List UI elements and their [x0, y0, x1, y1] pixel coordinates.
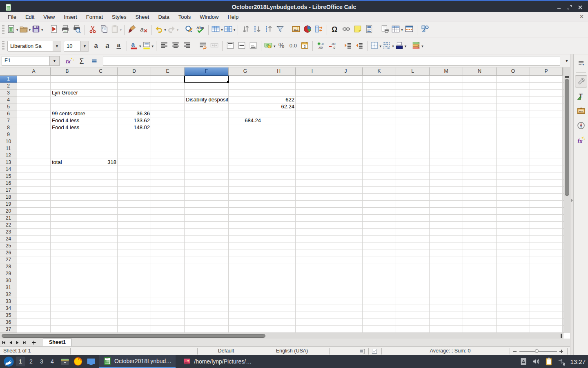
cell-H4[interactable]: 622: [262, 96, 296, 103]
undo-button[interactable]: ▾: [154, 24, 167, 36]
row-header-32[interactable]: 32: [0, 291, 17, 298]
cell-D6[interactable]: 36.36: [118, 110, 151, 117]
files-icon[interactable]: [60, 357, 70, 366]
border-color-button[interactable]: ▾: [394, 40, 407, 52]
cell-C13[interactable]: 318: [84, 159, 118, 166]
autofilter-button[interactable]: [274, 24, 286, 36]
row-header-31[interactable]: 31: [0, 284, 17, 291]
sidebar-settings-icon[interactable]: [575, 57, 587, 69]
row-header-33[interactable]: 33: [0, 298, 17, 305]
name-box[interactable]: F1: [2, 56, 50, 66]
row-header-37[interactable]: 37: [0, 326, 17, 333]
align-bottom-button[interactable]: [247, 40, 259, 52]
menu-insert[interactable]: Insert: [59, 13, 82, 21]
formula-input[interactable]: [103, 56, 560, 66]
column-header-i[interactable]: I: [296, 67, 329, 76]
sidebar-tab-functions[interactable]: fx: [575, 134, 587, 146]
align-left-button[interactable]: [158, 40, 170, 52]
chevron-down-icon[interactable]: ▾: [41, 28, 43, 32]
taskbar-task-1[interactable]: October2018Lynbud…: [99, 355, 176, 368]
column-header-b[interactable]: B: [51, 67, 84, 76]
vertical-split-handle[interactable]: [565, 76, 569, 78]
cell-B8[interactable]: Food 4 less: [51, 124, 79, 131]
chevron-down-icon[interactable]: ▾: [16, 28, 18, 32]
zoom-slider[interactable]: [511, 347, 566, 355]
row-header-34[interactable]: 34: [0, 305, 17, 312]
cell-D7[interactable]: 133.62: [118, 117, 151, 124]
horizontal-split-handle[interactable]: [561, 334, 562, 338]
row-header-14[interactable]: 14: [0, 166, 17, 173]
horizontal-scrollbar-thumb[interactable]: [2, 334, 265, 338]
cell-H5[interactable]: 62.24: [262, 103, 296, 110]
freeze-panes-button[interactable]: ▾: [391, 24, 403, 36]
column-header-e[interactable]: E: [151, 67, 185, 76]
next-sheet-icon[interactable]: [14, 339, 21, 346]
cell-F4[interactable]: Disability desposit: [185, 96, 228, 103]
column-header-p[interactable]: P: [530, 67, 563, 76]
chevron-down-icon[interactable]: ▾: [29, 28, 31, 32]
chevron-down-icon[interactable]: ▾: [164, 28, 166, 32]
formula-status[interactable]: Average: ; Sum: 0: [391, 347, 510, 355]
chevron-down-icon[interactable]: ▾: [401, 28, 403, 32]
cell-B3[interactable]: Lyn Grocer: [51, 90, 78, 96]
print-button[interactable]: [60, 24, 71, 36]
sort-button[interactable]: [240, 24, 252, 36]
insert-columns-button[interactable]: ▾: [223, 24, 236, 36]
minimize-icon[interactable]: [554, 2, 564, 12]
row-header-24[interactable]: 24: [0, 236, 17, 242]
row-header-30[interactable]: 30: [0, 277, 17, 284]
chevron-down-icon[interactable]: ▾: [177, 28, 179, 32]
sum-button[interactable]: Σ: [76, 56, 88, 66]
insert-chart-button[interactable]: [302, 24, 313, 36]
removable-media-icon[interactable]: [519, 357, 528, 366]
insert-image-button[interactable]: [290, 24, 302, 36]
row-header-28[interactable]: 28: [0, 263, 17, 270]
underline-button[interactable]: a: [113, 40, 125, 52]
cell-B13[interactable]: total: [51, 159, 62, 166]
row-header-19[interactable]: 19: [0, 201, 17, 208]
chevron-down-icon[interactable]: ▾: [139, 44, 141, 48]
workspace-2[interactable]: 2: [27, 357, 36, 366]
row-header-21[interactable]: 21: [0, 215, 17, 222]
column-header-l[interactable]: L: [396, 67, 430, 76]
save-button[interactable]: ▾: [31, 24, 44, 36]
sheet-tab-sheet1[interactable]: Sheet1: [43, 339, 72, 346]
font-name-combo[interactable]: Liberation Sa ▼: [7, 41, 61, 52]
column-header-m[interactable]: M: [430, 67, 463, 76]
row-header-7[interactable]: 7: [0, 117, 17, 124]
cell-cursor[interactable]: [184, 76, 229, 83]
align-right-button[interactable]: [181, 40, 193, 52]
chevron-down-icon[interactable]: ▾: [274, 44, 276, 48]
format-percent-button[interactable]: %: [276, 40, 287, 52]
row-header-2[interactable]: 2: [0, 83, 17, 90]
column-header-k[interactable]: K: [363, 67, 396, 76]
chevron-down-icon[interactable]: ▾: [234, 28, 236, 32]
chevron-down-icon[interactable]: ▾: [152, 44, 154, 48]
sort-descending-button[interactable]: [263, 24, 274, 36]
find-replace-button[interactable]: [183, 24, 195, 36]
chevron-down-icon[interactable]: ▼: [50, 56, 60, 66]
column-header-o[interactable]: O: [497, 67, 530, 76]
cell-B7[interactable]: Food 4 less: [51, 117, 79, 124]
chevron-down-icon[interactable]: ▼: [80, 41, 89, 51]
fill-handle[interactable]: [227, 81, 229, 83]
row-header-36[interactable]: 36: [0, 319, 17, 326]
menu-data[interactable]: Data: [154, 13, 174, 21]
spelling-button[interactable]: Abc: [195, 24, 206, 36]
last-sheet-icon[interactable]: [21, 339, 28, 346]
format-date-button[interactable]: 3: [299, 40, 310, 52]
horizontal-scrollbar[interactable]: [0, 333, 564, 339]
workspace-3[interactable]: 3: [37, 357, 46, 366]
page-style-status[interactable]: Default: [197, 347, 255, 355]
row-header-17[interactable]: 17: [0, 187, 17, 194]
volume-icon[interactable]: [532, 357, 541, 366]
chevron-down-icon[interactable]: ▾: [120, 28, 122, 32]
equals-button[interactable]: [89, 56, 100, 66]
row-header-9[interactable]: 9: [0, 131, 17, 138]
split-window-button[interactable]: [403, 24, 415, 36]
vertical-scrollbar[interactable]: [564, 67, 570, 333]
hyperlink-button[interactable]: [341, 24, 352, 36]
font-color-button[interactable]: a▾: [129, 40, 142, 52]
row-header-16[interactable]: 16: [0, 180, 17, 187]
row-header-26[interactable]: 26: [0, 249, 17, 256]
